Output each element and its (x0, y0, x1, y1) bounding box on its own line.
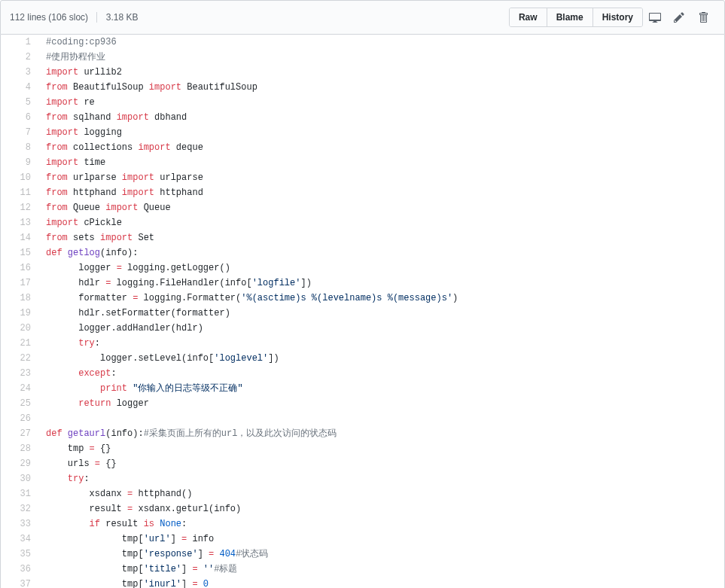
code-line: 15def getlog(info): (1, 245, 724, 260)
code-line: 33 if result is None: (1, 516, 724, 532)
line-number[interactable]: 16 (1, 260, 38, 276)
line-content: import urllib2 (38, 65, 724, 80)
line-content: logger = logging.getLogger() (38, 260, 724, 276)
line-content: from httphand import httphand (38, 185, 724, 200)
line-number[interactable]: 29 (1, 456, 38, 471)
line-content: import logging (38, 125, 724, 140)
line-content: print "你输入的日志等级不正确" (38, 381, 724, 396)
history-button[interactable]: History (593, 8, 642, 26)
line-number[interactable]: 3 (1, 65, 38, 80)
line-number[interactable]: 34 (1, 532, 38, 547)
file-info: 112 lines (106 sloc) 3.18 KB (10, 12, 138, 23)
code-line: 36 tmp['title'] = ''#标题 (1, 562, 724, 577)
line-number[interactable]: 35 (1, 547, 38, 562)
line-content: urls = {} (38, 456, 724, 471)
line-number[interactable]: 37 (1, 577, 38, 588)
line-content: logger.addHandler(hdlr) (38, 321, 724, 336)
code-line: 9import time (1, 155, 724, 170)
line-number[interactable]: 5 (1, 95, 38, 110)
code-line: 25 return logger (1, 396, 724, 411)
line-number[interactable]: 23 (1, 366, 38, 381)
line-number[interactable]: 15 (1, 245, 38, 260)
line-number[interactable]: 24 (1, 381, 38, 396)
line-content: return logger (38, 396, 724, 411)
code-line: 18 formatter = logging.Formatter('%(asct… (1, 291, 724, 306)
line-number[interactable]: 33 (1, 516, 38, 532)
code-line: 23 except: (1, 366, 724, 381)
lines-count: 112 lines (106 sloc) (10, 12, 88, 23)
code-line: 5import re (1, 95, 724, 110)
line-number[interactable]: 20 (1, 321, 38, 336)
code-line: 34 tmp['url'] = info (1, 532, 724, 547)
line-number[interactable]: 27 (1, 426, 38, 441)
code-line: 24 print "你输入的日志等级不正确" (1, 381, 724, 396)
line-number[interactable]: 11 (1, 185, 38, 200)
line-number[interactable]: 10 (1, 170, 38, 185)
line-content: def getlog(info): (38, 245, 724, 260)
separator (96, 12, 97, 23)
line-number[interactable]: 13 (1, 215, 38, 230)
line-number[interactable]: 14 (1, 230, 38, 245)
blame-button[interactable]: Blame (547, 8, 593, 26)
line-number[interactable]: 26 (1, 411, 38, 426)
code-line: 26 (1, 411, 724, 426)
line-number[interactable]: 32 (1, 501, 38, 516)
line-content: tmp['inurl'] = 0 (38, 577, 724, 588)
line-number[interactable]: 22 (1, 351, 38, 366)
code-line: 28 tmp = {} (1, 441, 724, 456)
line-number[interactable]: 30 (1, 471, 38, 486)
code-line: 29 urls = {} (1, 456, 724, 471)
code-line: 3import urllib2 (1, 65, 724, 80)
line-content: hdlr.setFormatter(formatter) (38, 306, 724, 321)
line-content: from BeautifulSoup import BeautifulSoup (38, 80, 724, 95)
code-line: 6from sqlhand import dbhand (1, 110, 724, 125)
line-number[interactable]: 36 (1, 562, 38, 577)
line-number[interactable]: 6 (1, 110, 38, 125)
code-line: 20 logger.addHandler(hdlr) (1, 321, 724, 336)
line-content: result = xsdanx.geturl(info) (38, 501, 724, 516)
line-content: import time (38, 155, 724, 170)
raw-button[interactable]: Raw (510, 8, 547, 26)
code-table: 1#coding:cp9362#使用协程作业3import urllib24fr… (1, 35, 724, 588)
line-number[interactable]: 21 (1, 336, 38, 351)
line-content: hdlr = logging.FileHandler(info['logfile… (38, 276, 724, 291)
code-line: 13import cPickle (1, 215, 724, 230)
line-content: from sqlhand import dbhand (38, 110, 724, 125)
file-actions: Raw Blame History (509, 7, 715, 28)
code-line: 2#使用协程作业 (1, 50, 724, 65)
code-line: 30 try: (1, 471, 724, 486)
line-content: tmp['response'] = 404#状态码 (38, 547, 724, 562)
line-number[interactable]: 18 (1, 291, 38, 306)
line-number[interactable]: 19 (1, 306, 38, 321)
trash-icon[interactable] (691, 7, 715, 28)
code-line: 10from urlparse import urlparse (1, 170, 724, 185)
code-container[interactable]: 1#coding:cp9362#使用协程作业3import urllib24fr… (0, 35, 725, 588)
line-number[interactable]: 25 (1, 396, 38, 411)
edit-icon[interactable] (667, 7, 691, 28)
line-number[interactable]: 8 (1, 140, 38, 155)
code-line: 11from httphand import httphand (1, 185, 724, 200)
code-line: 19 hdlr.setFormatter(formatter) (1, 306, 724, 321)
code-line: 14from sets import Set (1, 230, 724, 245)
desktop-icon[interactable] (643, 7, 667, 28)
line-number[interactable]: 28 (1, 441, 38, 456)
line-number[interactable]: 1 (1, 35, 38, 50)
code-line: 22 logger.setLevel(info['loglevel']) (1, 351, 724, 366)
line-content: if result is None: (38, 516, 724, 532)
code-line: 8from collections import deque (1, 140, 724, 155)
line-content: tmp['url'] = info (38, 532, 724, 547)
line-content: import cPickle (38, 215, 724, 230)
line-content: try: (38, 336, 724, 351)
line-content: try: (38, 471, 724, 486)
line-number[interactable]: 9 (1, 155, 38, 170)
line-number[interactable]: 17 (1, 276, 38, 291)
line-number[interactable]: 4 (1, 80, 38, 95)
line-number[interactable]: 31 (1, 486, 38, 501)
line-content: formatter = logging.Formatter('%(asctime… (38, 291, 724, 306)
code-line: 31 xsdanx = httphand() (1, 486, 724, 501)
line-number[interactable]: 12 (1, 200, 38, 215)
code-line: 21 try: (1, 336, 724, 351)
line-number[interactable]: 2 (1, 50, 38, 65)
file-header: 112 lines (106 sloc) 3.18 KB Raw Blame H… (0, 0, 725, 35)
line-number[interactable]: 7 (1, 125, 38, 140)
